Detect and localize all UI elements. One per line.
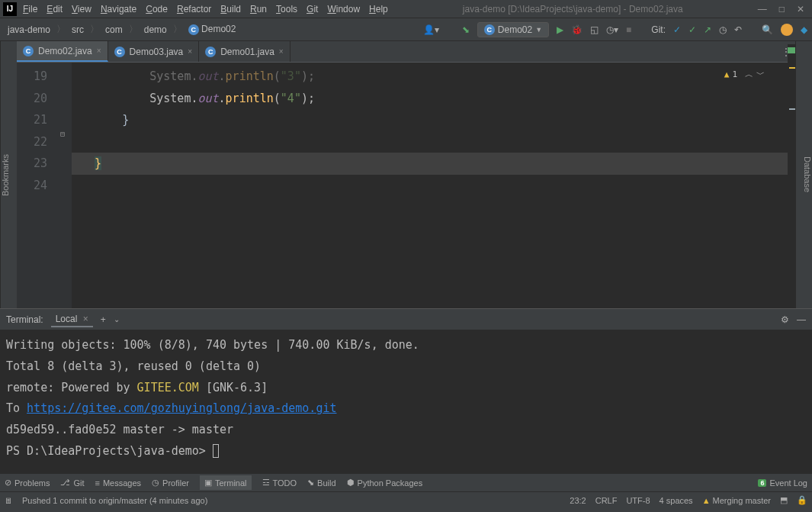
- caret-position[interactable]: 23:2: [570, 496, 586, 505]
- tool-todo[interactable]: ☲TODO: [262, 478, 297, 488]
- analysis-indicator[interactable]: ▲ 1 ︿ ﹀: [724, 67, 765, 83]
- terminal-dropdown-icon[interactable]: ⌄: [114, 315, 120, 324]
- editor-tab[interactable]: CDemo01.java×: [199, 41, 290, 62]
- menu-help[interactable]: Help: [369, 4, 388, 14]
- tool-profiler[interactable]: ◷Profiler: [152, 478, 189, 488]
- tool-label: Build: [317, 478, 335, 488]
- terminal-settings-icon[interactable]: ⚙: [781, 314, 789, 325]
- debug-icon[interactable]: 🐞: [571, 24, 583, 35]
- terminal-tab-local[interactable]: Local ×: [51, 312, 93, 327]
- breadcrumb-separator: 〉: [129, 23, 138, 36]
- menu-code[interactable]: Code: [146, 4, 168, 14]
- file-encoding[interactable]: UTF-8: [626, 496, 650, 505]
- terminal-link[interactable]: https://gitee.com/gozhuyinglong/java-dem…: [27, 401, 336, 415]
- tool-build[interactable]: ⬊Build: [307, 478, 335, 488]
- tool-label: Messages: [103, 478, 141, 488]
- window-title: java-demo [D:\IdeaProjects\java-demo] - …: [388, 4, 758, 14]
- tool-label: Python Packages: [358, 478, 423, 488]
- coverage-icon[interactable]: ◱: [590, 24, 599, 35]
- minimize-button[interactable]: ―: [758, 4, 767, 14]
- breadcrumb-item[interactable]: demo: [141, 23, 170, 37]
- menu-view[interactable]: View: [72, 4, 91, 14]
- build-icon: ⬊: [307, 478, 314, 488]
- breadcrumb-item[interactable]: com: [102, 23, 126, 37]
- tool-label: Profiler: [162, 478, 189, 488]
- terminal-output[interactable]: Writing objects: 100% (8/8), 740 bytes |…: [0, 330, 812, 473]
- tool-window-database[interactable]: Database: [803, 156, 812, 192]
- search-icon[interactable]: 🔍: [762, 24, 773, 35]
- breadcrumb-item[interactable]: src: [69, 23, 87, 37]
- run-config-selector[interactable]: C Demo02 ▼: [477, 22, 549, 37]
- git-status[interactable]: ▲ Merging master: [702, 496, 771, 505]
- close-button[interactable]: ✕: [797, 4, 804, 14]
- git-push-icon[interactable]: ↗: [704, 24, 711, 35]
- warning-marker[interactable]: [789, 67, 795, 69]
- tab-label: Demo03.java: [130, 47, 184, 57]
- breadcrumb-separator: 〉: [173, 23, 182, 36]
- editor-tabs: CDemo02.java×CDemo03.java×CDemo01.java×⋮: [17, 41, 795, 63]
- add-config-icon[interactable]: 👤▾: [423, 24, 439, 35]
- run-icon[interactable]: ▶: [557, 24, 563, 35]
- menu-edit[interactable]: Edit: [47, 4, 63, 14]
- menu-build[interactable]: Build: [220, 4, 241, 14]
- status-icon[interactable]: 🗏: [5, 496, 13, 505]
- new-terminal-button[interactable]: +: [101, 314, 106, 325]
- breadcrumb-separator: 〉: [90, 23, 99, 36]
- breadcrumb-item[interactable]: C Demo02: [185, 22, 239, 37]
- tool-git[interactable]: ⎇Git: [60, 478, 84, 488]
- tool-event-log[interactable]: 6Event Log: [758, 478, 807, 488]
- menu-refactor[interactable]: Refactor: [177, 4, 211, 14]
- close-icon[interactable]: ×: [97, 47, 101, 55]
- git-history-icon[interactable]: ◷: [719, 24, 727, 35]
- memory-indicator-icon[interactable]: ⬒: [780, 495, 788, 505]
- line-separator[interactable]: CRLF: [595, 496, 618, 505]
- terminal-hide-button[interactable]: —: [797, 314, 806, 325]
- fold-marker-icon[interactable]: ⊟: [53, 127, 72, 141]
- analysis-ok-marker[interactable]: [788, 47, 795, 53]
- menu-git[interactable]: Git: [307, 4, 318, 14]
- editor-tab[interactable]: CDemo02.java×: [17, 41, 108, 62]
- lock-icon[interactable]: 🔒: [797, 495, 807, 505]
- tool-window-bookmarks[interactable]: Bookmarks: [1, 153, 10, 195]
- class-icon: C: [484, 24, 495, 35]
- code-editor[interactable]: System.out.println("3"); System.out.prin…: [72, 63, 795, 308]
- maximize-button[interactable]: □: [779, 4, 785, 14]
- tool-label: Problems: [14, 478, 50, 488]
- git-rollback-icon[interactable]: ↶: [734, 24, 742, 35]
- tool-terminal[interactable]: ▣Terminal: [200, 475, 252, 490]
- editor-tab[interactable]: CDemo03.java×: [108, 41, 200, 62]
- close-icon[interactable]: ×: [279, 47, 284, 56]
- terminal-tab-label: Local: [56, 314, 78, 324]
- messages-icon: ≡: [95, 478, 100, 488]
- git-status-label: Merging master: [713, 496, 771, 505]
- menu-navigate[interactable]: Navigate: [101, 4, 136, 14]
- tool-problems[interactable]: ⊘Problems: [5, 478, 50, 488]
- git-commit-icon[interactable]: ✓: [688, 24, 696, 35]
- profile-icon[interactable]: ◷▾: [606, 24, 618, 35]
- breadcrumb: java-demo〉src〉com〉demo〉C Demo02: [5, 22, 239, 37]
- menu-tools[interactable]: Tools: [276, 4, 297, 14]
- tool-messages[interactable]: ≡Messages: [95, 478, 142, 488]
- tool-label: TODO: [273, 478, 297, 488]
- warning-count: 1: [732, 67, 737, 83]
- hammer-icon[interactable]: ⬊: [462, 24, 470, 35]
- chevron-down-icon[interactable]: ﹀: [756, 67, 765, 83]
- stop-icon[interactable]: ■: [626, 24, 631, 35]
- class-icon: C: [114, 47, 125, 57]
- close-icon[interactable]: ×: [83, 314, 88, 324]
- terminal-icon: ▣: [204, 478, 212, 488]
- indent-info[interactable]: 4 spaces: [660, 496, 693, 505]
- menu-run[interactable]: Run: [250, 4, 267, 14]
- chevron-up-icon[interactable]: ︿: [745, 67, 753, 83]
- close-icon[interactable]: ×: [188, 47, 192, 56]
- breadcrumb-item[interactable]: java-demo: [5, 23, 53, 37]
- menu-window[interactable]: Window: [327, 4, 360, 14]
- menu-file[interactable]: File: [23, 4, 37, 14]
- todo-icon: ☲: [262, 478, 270, 488]
- class-icon: C: [205, 47, 216, 57]
- tool-python-packages[interactable]: ⬢Python Packages: [347, 478, 423, 488]
- git-update-icon[interactable]: ✓: [673, 24, 681, 35]
- git-icon: ⎇: [60, 478, 70, 488]
- ide-features-icon[interactable]: ◆: [801, 24, 807, 35]
- avatar-icon[interactable]: [781, 24, 793, 36]
